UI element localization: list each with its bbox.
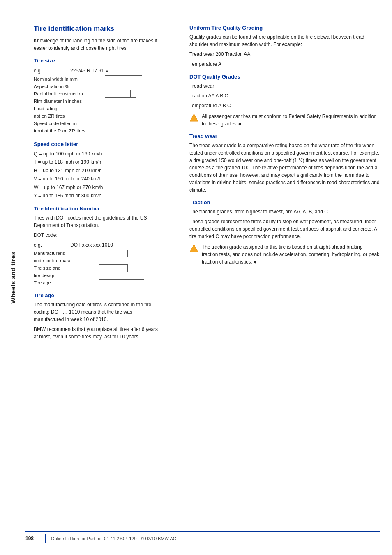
tire-row-5-label: Load rating,	[34, 106, 104, 111]
tin-title: Tire Identification Number	[34, 206, 161, 212]
uniform-grading-title: Uniform Tire Quality Grading	[189, 25, 380, 31]
speed-code-v: V = up to 150 mph or 240 km/h	[34, 175, 161, 183]
traction-para2: These grades represent the tire's abilit…	[189, 218, 380, 240]
page-wrapper: Wheels and tires Tire identification mar…	[0, 0, 392, 555]
sidebar: Wheels and tires	[0, 0, 25, 555]
dot-quality-line1: Tread wear	[189, 82, 380, 90]
speed-code-q: Q = up to 100 mph or 160 km/h	[34, 150, 161, 158]
uniform-grading-para1: Quality grades can be found where applic…	[189, 33, 380, 48]
tire-size-diagram: e.g. 225/45 R 17 91 V Nominal width in m…	[34, 68, 161, 134]
speed-code-t: T = up to 118 mph or 190 km/h	[34, 158, 161, 166]
footer-divider	[45, 534, 46, 543]
speed-codes: Q = up to 100 mph or 160 km/h T = up to …	[34, 150, 161, 200]
dot-row-4: tire design	[34, 273, 97, 278]
dot-row-1: Manufacturer's	[34, 251, 97, 256]
traction-warning-text: The traction grade assigned to this tire…	[202, 243, 380, 266]
dot-diagram: e.g. DOT xxxx xxx 1010 Manufacturer's co…	[34, 242, 161, 287]
tread-wear-title: Tread wear	[189, 133, 380, 139]
dot-quality-warning-text: All passenger car tires must conform to …	[202, 113, 380, 127]
svg-text:!: !	[193, 246, 195, 252]
dot-quality-title: DOT Quality Grades	[189, 74, 380, 80]
speed-code-y: Y = up to 186 mph or 300 km/h	[34, 192, 161, 200]
right-column: Uniform Tire Quality Grading Quality gra…	[189, 25, 380, 539]
dot-quality-line2: Traction AA A B C	[189, 92, 380, 99]
tire-row-7-label: Speed code letter, in	[34, 121, 104, 126]
footer: 198 Online Edition for Part no. 01 41 2 …	[25, 531, 380, 543]
tire-age-para1: The manufacturing date of tires is conta…	[34, 301, 161, 323]
tire-eg-label: e.g.	[34, 68, 48, 74]
tire-age-para2: BMW recommends that you replace all tire…	[34, 326, 161, 340]
svg-text:!: !	[193, 116, 195, 121]
tread-wear-para1: The tread wear grade is a comparative ra…	[189, 142, 380, 194]
speed-code-h: H = up to 131 mph or 210 km/h	[34, 166, 161, 175]
uniform-grading-example2: Temperature A	[189, 60, 380, 68]
speed-code-title: Speed code letter	[34, 141, 161, 147]
footer-text: Online Edition for Part no. 01 41 2 604 …	[51, 536, 176, 541]
sidebar-label: Wheels and tires	[9, 251, 16, 303]
dot-row-3: Tire size and	[34, 266, 97, 271]
tire-eg-value: 225/45 R 17 91 V	[70, 68, 108, 74]
speed-code-w: W = up to 167 mph or 270 km/h	[34, 183, 161, 192]
column-divider	[175, 25, 175, 539]
page-number: 198	[25, 536, 40, 541]
left-column: Tire identification marks Knowledge of t…	[34, 25, 161, 539]
traction-title: Traction	[189, 199, 380, 206]
tire-age-title: Tire age	[34, 292, 161, 298]
tire-row-2-label: Aspect ratio in %	[34, 84, 104, 89]
tin-intro: Tires with DOT codes meet the guidelines…	[34, 214, 161, 229]
dot-quality-warning-block: ! All passenger car tires must conform t…	[189, 113, 380, 127]
dot-eg-value: DOT xxxx xxx 1010	[70, 242, 113, 248]
main-content: Tire identification marks Knowledge of t…	[25, 0, 392, 555]
dot-label: DOT code:	[34, 231, 161, 239]
warning-icon-dot: !	[189, 113, 198, 122]
traction-warning-block: ! The traction grade assigned to this ti…	[189, 243, 380, 266]
tire-row-3-label: Radial belt construction	[34, 91, 104, 96]
warning-icon-traction: !	[189, 244, 198, 253]
uniform-grading-example1: Tread wear 200 Traction AA	[189, 51, 380, 58]
dot-quality-line3: Temperature A B C	[189, 102, 380, 109]
dot-row-5: Tire age	[34, 280, 97, 285]
dot-eg-label: e.g.	[34, 242, 48, 248]
tire-row-4-label: Rim diameter in inches	[34, 99, 104, 104]
tire-row-6-label: not on ZR tires	[34, 113, 104, 118]
tire-row-1-label: Nominal width in mm	[34, 76, 104, 81]
tire-size-title: Tire size	[34, 58, 161, 64]
dot-row-2: code for tire make	[34, 258, 97, 263]
traction-para1: The traction grades, from highest to low…	[189, 208, 380, 215]
page-title: Tire identification marks	[34, 25, 161, 33]
intro-text: Knowledge of the labeling on the side of…	[34, 37, 161, 52]
tire-row-8-label: front of the R on ZR tires	[34, 128, 104, 133]
